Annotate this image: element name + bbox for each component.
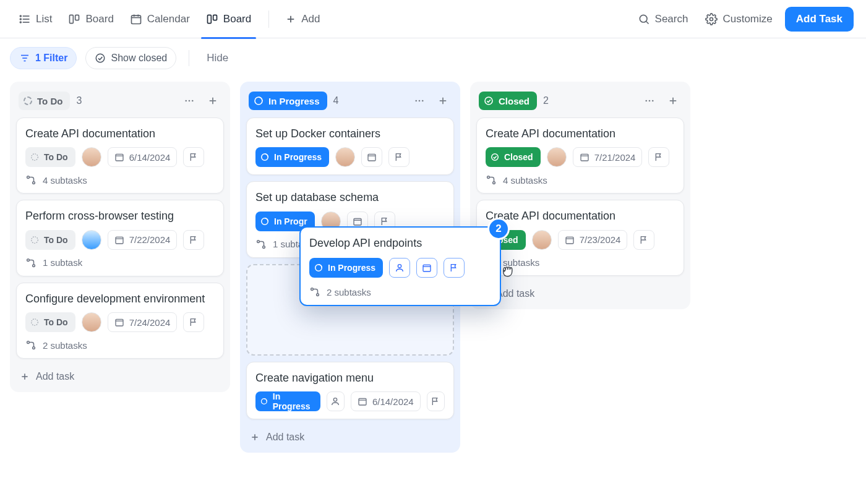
check-circle-icon (484, 96, 494, 106)
check-circle-icon (491, 153, 499, 161)
subtasks-label: 4 subtasks (503, 175, 547, 186)
calendar-icon (114, 152, 124, 162)
task-card[interactable]: Configure development environment To Do … (16, 283, 224, 359)
due-date-chip[interactable]: 7/23/2024 (558, 230, 628, 250)
user-icon (395, 263, 405, 273)
assignee-avatar[interactable] (547, 147, 567, 167)
view-board[interactable]: Board (62, 8, 119, 30)
task-status-chip[interactable]: To Do (25, 230, 75, 250)
subtasks-row[interactable]: 4 subtasks (486, 173, 675, 186)
column-count: 2 (543, 95, 549, 106)
column-add-task[interactable]: Add task (476, 282, 684, 303)
column-menu-button[interactable] (641, 92, 658, 109)
priority-button[interactable] (427, 391, 445, 411)
view-board-active[interactable]: Board (200, 8, 257, 30)
priority-button[interactable] (388, 147, 409, 167)
priority-button[interactable] (633, 230, 654, 250)
view-label: Board (223, 13, 251, 25)
assignee-avatar[interactable] (82, 230, 101, 250)
calendar-icon (422, 263, 432, 273)
task-status-chip[interactable]: Closed (486, 147, 541, 167)
show-closed-chip[interactable]: Show closed (85, 47, 176, 69)
svg-rect-39 (116, 320, 123, 327)
hide-button[interactable]: Hide (202, 48, 233, 68)
task-status-label: In Progr (274, 216, 307, 226)
due-date-button[interactable] (361, 147, 382, 167)
task-status-chip[interactable]: In Progress (255, 147, 329, 167)
task-status-chip[interactable]: To Do (25, 312, 75, 332)
subtasks-row[interactable]: 1 subtask (25, 256, 215, 268)
divider (189, 50, 189, 66)
add-task-button[interactable]: Add Task (785, 7, 854, 32)
show-closed-label: Show closed (111, 53, 167, 64)
status-pill-in-progress[interactable]: In Progress (249, 92, 327, 110)
column-menu-button[interactable] (411, 92, 428, 109)
board-icon (68, 13, 80, 25)
task-status-chip[interactable]: In Progress (309, 258, 383, 278)
svg-point-3 (20, 15, 21, 17)
filter-bar: 1 Filter Show closed Hide (0, 38, 866, 69)
subtasks-row[interactable]: 4 subtasks (25, 173, 215, 186)
due-date-button[interactable] (416, 258, 437, 278)
task-status-label: To Do (44, 317, 68, 327)
column-menu-button[interactable] (181, 92, 198, 109)
assignee-avatar[interactable] (532, 230, 552, 250)
task-card[interactable]: Create API documentation Closed 7/21/202… (476, 117, 684, 194)
priority-button[interactable] (444, 258, 465, 278)
task-card[interactable]: Perform cross-browser testing To Do 7/22… (16, 200, 224, 276)
column-add-task[interactable]: Add task (246, 425, 454, 446)
column-add-button[interactable] (434, 92, 452, 109)
subtasks-row[interactable]: 2 subtasks (309, 285, 491, 297)
status-ring-icon (30, 153, 39, 161)
svg-rect-72 (581, 155, 588, 161)
due-date-chip[interactable]: 7/21/2024 (573, 147, 643, 167)
column-add-task[interactable]: Add task (16, 365, 224, 386)
flag-icon (189, 317, 199, 327)
due-date-chip[interactable]: 7/24/2024 (108, 312, 178, 332)
task-card[interactable]: Create navigation menu In Progress 6/14/… (246, 362, 454, 419)
assignee-avatar[interactable] (82, 312, 101, 332)
svg-point-85 (317, 294, 319, 296)
due-date-chip[interactable]: 6/14/2024 (108, 147, 178, 167)
view-switcher: List Board Calendar Board (12, 8, 257, 30)
status-pill-todo[interactable]: To Do (19, 92, 70, 110)
progress-icon (254, 96, 264, 106)
column-add-button[interactable] (664, 92, 682, 109)
subtasks-row[interactable]: 2 subtasks (25, 338, 215, 351)
add-task-label: Add task (496, 288, 534, 299)
search-button[interactable]: Search (633, 9, 693, 29)
dragging-task-card[interactable]: 2 Develop API endpoints In Progress 2 su… (299, 226, 501, 306)
task-title: Set up database schema (255, 190, 445, 205)
assignee-avatar[interactable] (82, 147, 101, 167)
assignee-avatar[interactable] (335, 147, 355, 167)
priority-button[interactable] (648, 147, 669, 167)
subtasks-label: 1 subtask (43, 257, 82, 268)
subtasks-label: 2 subtasks (327, 287, 371, 297)
column-add-button[interactable] (204, 92, 221, 109)
due-date-chip[interactable]: 7/22/2024 (108, 230, 178, 250)
task-status-chip[interactable]: To Do (25, 147, 75, 167)
task-title: Create API documentation (486, 127, 675, 141)
customize-button[interactable]: Customize (700, 9, 777, 29)
add-view-button[interactable]: Add (280, 9, 325, 29)
task-card[interactable]: Set up Docker containers In Progress (246, 117, 454, 175)
view-list[interactable]: List (12, 8, 58, 30)
view-label: List (36, 13, 52, 25)
subtasks-label: 2 subtasks (43, 340, 87, 351)
svg-point-46 (415, 100, 417, 102)
assignee-button[interactable] (389, 258, 410, 278)
priority-button[interactable] (183, 230, 204, 250)
status-pill-label: In Progress (268, 96, 320, 106)
task-card[interactable]: Create API documentation To Do 6/14/2024… (16, 117, 224, 194)
task-status-chip[interactable]: In Progress (255, 391, 320, 411)
priority-button[interactable] (183, 147, 204, 167)
task-meta-row: To Do 6/14/2024 (25, 147, 215, 167)
view-calendar[interactable]: Calendar (124, 8, 196, 30)
task-status-label: In Progress (328, 263, 375, 273)
priority-button[interactable] (183, 312, 204, 332)
status-pill-closed[interactable]: Closed (479, 92, 537, 110)
svg-point-66 (645, 100, 647, 102)
assignee-button[interactable] (327, 391, 345, 411)
filter-chip[interactable]: 1 Filter (10, 47, 77, 69)
due-date-chip[interactable]: 6/14/2024 (351, 391, 421, 411)
